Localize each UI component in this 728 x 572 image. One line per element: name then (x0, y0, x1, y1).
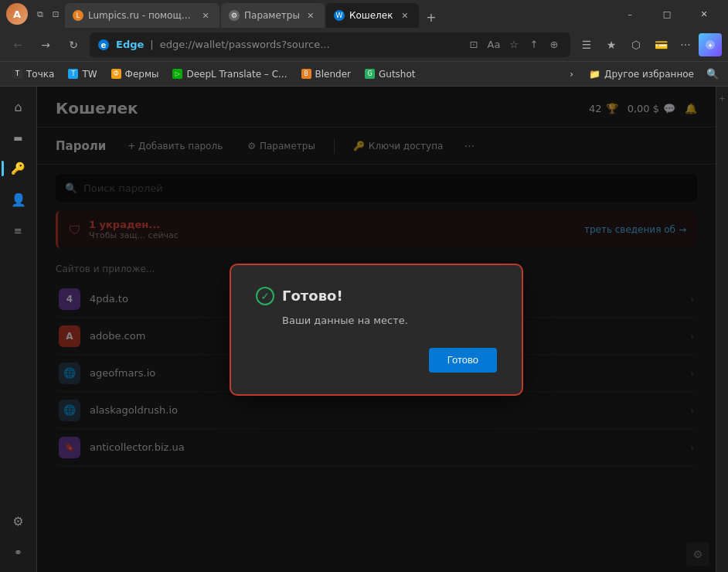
tab-title-settings: Параметры (244, 10, 300, 21)
bookmark-favicon-blender: B (301, 69, 311, 79)
bookmarks-other-label: Другое избранное (604, 69, 694, 80)
settings-icon: ⚙ (12, 514, 23, 529)
tab-wallet[interactable]: W Кошелек ✕ (326, 3, 419, 28)
new-window-icon[interactable]: ⊡ (49, 8, 62, 20)
tab-title-wallet: Кошелек (349, 10, 394, 21)
bookmark-favicon-gutshot: G (365, 69, 375, 79)
bookmark-tw[interactable]: T TW (62, 65, 103, 83)
bookmark-favicon-tochka: T (12, 69, 22, 79)
sidebar-item-books[interactable]: ≡ (5, 216, 32, 244)
reload-icon: ↻ (69, 39, 78, 51)
nav-bar: ← → ↻ e Edge | edge://wallet/passwords?s… (0, 28, 728, 62)
right-sidebar-expand[interactable]: + (717, 93, 728, 104)
back-button[interactable]: ← (6, 33, 29, 56)
reload-button[interactable]: ↻ (62, 33, 85, 56)
history-button[interactable]: ⬡ (624, 33, 648, 56)
bookmark-fermy[interactable]: Ф Фермы (105, 65, 165, 83)
tab-bar: L Lumpics.ru - помощь с... ✕ ⚙ Параметры… (65, 0, 603, 28)
bookmark-tochka[interactable]: T Точка (6, 65, 60, 83)
profile-button[interactable]: A (6, 3, 28, 25)
books-icon: ≡ (14, 225, 22, 237)
bookmark-gutshot[interactable]: G Gutshot (359, 65, 422, 83)
address-edge-logo: e (97, 39, 110, 51)
split-icon[interactable]: ⊡ (465, 36, 482, 53)
read-icon[interactable]: Aa (485, 36, 502, 53)
window-controls: – □ ✕ (612, 0, 722, 28)
wallet-card-icon: ▬ (13, 132, 22, 144)
address-icons: ⊡ Aa ☆ ↑ ⊕ (465, 36, 563, 53)
address-separator: | (150, 39, 153, 50)
tab-close-settings[interactable]: ✕ (304, 9, 317, 22)
close-button[interactable]: ✕ (686, 0, 722, 28)
sidebar-item-passwords[interactable]: 🔑 (5, 155, 32, 182)
collections-button[interactable]: ☰ (575, 33, 598, 56)
sidebar-item-connections[interactable]: ⚭ (5, 538, 32, 566)
modal-header: ✓ Готово! (256, 287, 497, 305)
right-sidebar: + (716, 87, 728, 572)
modal-footer: Готово (256, 348, 497, 373)
wallet-toolbar-button[interactable]: 💳 (649, 33, 672, 56)
modal-done-button[interactable]: Готово (429, 348, 497, 373)
tab-close-lumpics[interactable]: ✕ (199, 9, 212, 22)
address-bar[interactable]: e Edge | edge://wallet/passwords?source.… (90, 32, 570, 57)
star-icon[interactable]: ☆ (505, 36, 522, 53)
sidebar-item-wallet-card[interactable]: ▬ (5, 124, 32, 152)
copilot-button[interactable]: ✦ (699, 33, 722, 56)
minimize-button[interactable]: – (612, 0, 648, 28)
address-path: edge://wallet/passwords?source... (160, 39, 330, 50)
toolbar-icons: ☰ ★ ⬡ 💳 ··· ✦ (575, 33, 722, 56)
home-icon: ⌂ (14, 100, 22, 114)
sidebar-item-home[interactable]: ⌂ (5, 93, 32, 121)
bookmark-label-deepl: DeepL Translate – C... (186, 69, 287, 80)
tab-favicon-wallet: W (334, 10, 345, 21)
bookmarks-other-folder[interactable]: 📁 Другое избранное (583, 65, 700, 83)
extensions-icon[interactable]: ⊕ (546, 36, 563, 53)
key-icon: 🔑 (11, 162, 26, 175)
content-area: Кошелек 42 🏆 0,00 $ 💬 🔔 Пароли + Добавит… (37, 87, 716, 572)
tab-favicon-lumpics: L (73, 10, 83, 21)
forward-button[interactable]: → (34, 33, 57, 56)
modal-body: Ваши данные на месте. (256, 315, 497, 326)
maximize-button[interactable]: □ (649, 0, 685, 28)
modal-title: Готово! (282, 288, 343, 304)
bookmark-label-tw: TW (82, 69, 97, 80)
bookmarks-search-button[interactable]: 🔍 (703, 65, 722, 83)
modal-check-icon: ✓ (256, 287, 274, 305)
bookmark-favicon-deepl: ▷ (172, 69, 182, 79)
copilot-icon: ✦ (705, 39, 716, 50)
svg-text:e: e (101, 41, 107, 49)
more-button[interactable]: ··· (674, 33, 697, 56)
favorites-button[interactable]: ★ (600, 33, 623, 56)
folder-icon: 📁 (589, 69, 600, 80)
tab-lumpics[interactable]: L Lumpics.ru - помощь с... ✕ (65, 3, 219, 28)
bookmark-label-tochka: Точка (26, 69, 54, 80)
bookmarks-more-button[interactable]: › (565, 65, 578, 83)
tab-settings[interactable]: ⚙ Параметры ✕ (221, 3, 325, 28)
tab-favicon-settings: ⚙ (229, 10, 240, 21)
bookmark-label-blender: Blender (315, 69, 352, 80)
tab-title-lumpics: Lumpics.ru - помощь с... (88, 10, 195, 21)
modal-overlay: ✓ Готово! Ваши данные на месте. Готово (37, 87, 716, 572)
bookmark-favicon-tw: T (68, 69, 78, 79)
bookmark-label-gutshot: Gutshot (379, 69, 416, 80)
title-bar: A ⧉ ⊡ L Lumpics.ru - помощь с... ✕ ⚙ Пар… (0, 0, 728, 28)
sidebar: ⌂ ▬ 🔑 👤 ≡ ⚙ ⚭ (0, 87, 37, 572)
bookmark-deepl[interactable]: ▷ DeepL Translate – C... (166, 65, 293, 83)
user-icon: 👤 (11, 192, 26, 207)
forward-icon: → (41, 39, 50, 51)
back-icon: ← (13, 39, 22, 51)
sidebar-item-settings[interactable]: ⚙ (5, 507, 32, 535)
sidebar-item-users[interactable]: 👤 (5, 186, 32, 213)
bookmark-favicon-fermy: Ф (111, 69, 121, 79)
address-domain: Edge (116, 39, 144, 50)
main-layout: ⌂ ▬ 🔑 👤 ≡ ⚙ ⚭ Кошелек 42 🏆 (0, 87, 728, 572)
bookmarks-bar: T Точка T TW Ф Фермы ▷ DeepL Translate –… (0, 62, 728, 87)
tab-close-wallet[interactable]: ✕ (399, 9, 411, 22)
bookmark-label-fermy: Фермы (125, 69, 159, 80)
tab-group-icon[interactable]: ⧉ (34, 8, 46, 20)
share-icon[interactable]: ↑ (526, 36, 543, 53)
bookmark-blender[interactable]: B Blender (295, 65, 358, 83)
connections-icon: ⚭ (14, 546, 22, 558)
new-tab-button[interactable]: + (420, 6, 442, 28)
modal-dialog: ✓ Готово! Ваши данные на месте. Готово (230, 264, 523, 396)
